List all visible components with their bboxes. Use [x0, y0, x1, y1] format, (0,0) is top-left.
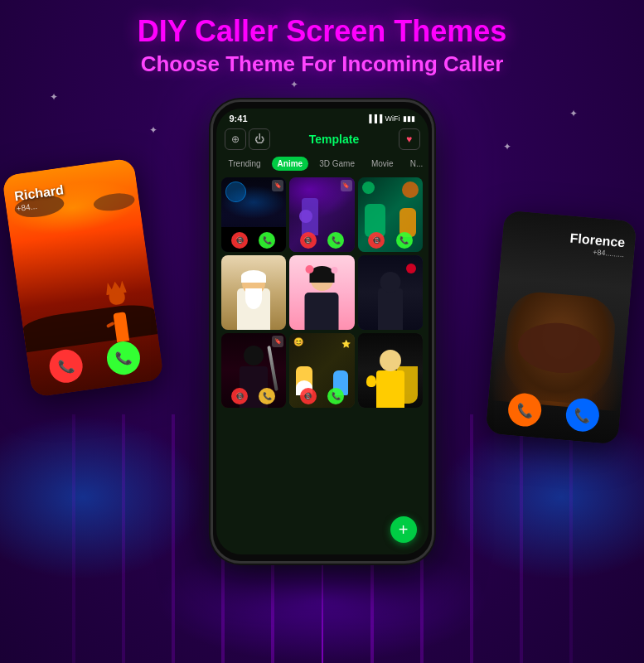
sparkle-5: ✦	[290, 79, 298, 90]
theme-7-decline[interactable]: 📵	[231, 388, 248, 404]
right-card-decline-btn[interactable]: 📞	[506, 392, 542, 428]
theme-item-6[interactable]	[358, 255, 424, 330]
theme-item-2[interactable]: 📵 📞 🔖	[289, 177, 355, 252]
theme-item-5[interactable]	[289, 255, 355, 330]
status-bar: 9:41 ▐▐▐ WiFi ▮▮▮	[216, 109, 429, 125]
theme-1-badge: 🔖	[272, 180, 283, 191]
add-fab-button[interactable]: +	[390, 516, 417, 543]
status-icons: ▐▐▐ WiFi ▮▮▮	[366, 114, 414, 123]
theme-item-3-actions: 📵 📞	[358, 232, 424, 249]
theme-8-accept[interactable]: 📞	[327, 388, 344, 404]
tab-anime[interactable]: Anime	[272, 157, 309, 171]
power-icon-btn[interactable]: ⏻	[249, 128, 270, 150]
theme-2-badge: 🔖	[341, 180, 352, 191]
signal-icon: ▐▐▐	[366, 114, 382, 123]
sparkle-4: ✦	[503, 141, 511, 152]
favorites-btn[interactable]: ♥	[399, 128, 420, 150]
tab-bar: Trending Anime 3D Game Movie N...	[216, 153, 429, 174]
right-card-accept-btn[interactable]: 📞	[564, 397, 600, 433]
theme-item-7[interactable]: 📵 📞 🔖	[221, 333, 287, 408]
app-header: ⊕ ⏻ Template ♥	[216, 125, 429, 153]
theme-item-7-actions: 📵 📞	[221, 388, 287, 404]
header-subtitle: Choose Theme For Incoming Caller	[0, 51, 644, 77]
globe-icon: ⊕	[231, 133, 240, 145]
theme-7-badge: 🔖	[272, 336, 283, 347]
header-title: DIY Caller Screen Themes	[0, 15, 644, 48]
theme-3-accept[interactable]: 📞	[396, 232, 413, 249]
theme-item-9[interactable]	[358, 333, 424, 408]
tab-3dgame[interactable]: 3D Game	[313, 157, 361, 171]
theme-item-2-actions: 📵 📞	[289, 232, 355, 249]
theme-item-3[interactable]: 📵 📞	[358, 177, 424, 252]
theme-3-decline[interactable]: 📵	[368, 232, 385, 249]
sparkle-2: ✦	[149, 124, 157, 136]
theme-grid: 📵 📞 🔖 📵 📞 🔖	[216, 174, 429, 411]
theme-item-8[interactable]: 😊 ⭐ 📵 📞	[289, 333, 355, 408]
theme-2-accept[interactable]: 📞	[327, 232, 344, 249]
settings-icon-btn[interactable]: ⊕	[225, 128, 246, 150]
left-card-decline-btn[interactable]: 📞	[47, 347, 85, 385]
theme-1-accept[interactable]: 📞	[259, 232, 275, 249]
tab-movie[interactable]: Movie	[366, 157, 399, 171]
right-card-background: Florence +84......... 📞 📞	[486, 211, 637, 445]
wifi-icon: WiFi	[385, 114, 400, 123]
sparkle-3: ✦	[569, 108, 578, 119]
header: DIY Caller Screen Themes Choose Theme Fo…	[0, 15, 644, 77]
tab-more[interactable]: N...	[404, 157, 429, 171]
phone-frame: 9:41 ▐▐▐ WiFi ▮▮▮ ⊕ ⏻ Template ♥ Trendin…	[211, 99, 434, 564]
heart-icon: ♥	[406, 133, 412, 145]
battery-icon: ▮▮▮	[403, 114, 415, 123]
power-icon: ⏻	[254, 133, 264, 145]
sparkle-1: ✦	[50, 91, 58, 103]
app-title: Template	[270, 133, 399, 146]
right-caller-card: Florence +84......... 📞 📞	[486, 211, 637, 445]
theme-item-1[interactable]: 📵 📞 🔖	[221, 177, 287, 252]
theme-8-decline[interactable]: 📵	[300, 388, 317, 404]
theme-1-decline[interactable]: 📵	[231, 232, 248, 249]
add-icon: +	[399, 520, 409, 540]
tab-trending[interactable]: Trending	[223, 157, 267, 171]
left-card-accept-btn[interactable]: 📞	[104, 340, 142, 377]
theme-item-4[interactable]	[221, 255, 287, 330]
status-time: 9:41	[230, 114, 248, 123]
theme-7-accept[interactable]: 📞	[259, 388, 275, 404]
theme-item-1-actions: 📵 📞	[221, 232, 287, 249]
phone-screen: 9:41 ▐▐▐ WiFi ▮▮▮ ⊕ ⏻ Template ♥ Trendin…	[216, 109, 429, 554]
theme-item-8-actions: 📵 📞	[289, 388, 355, 404]
theme-2-decline[interactable]: 📵	[300, 232, 317, 249]
